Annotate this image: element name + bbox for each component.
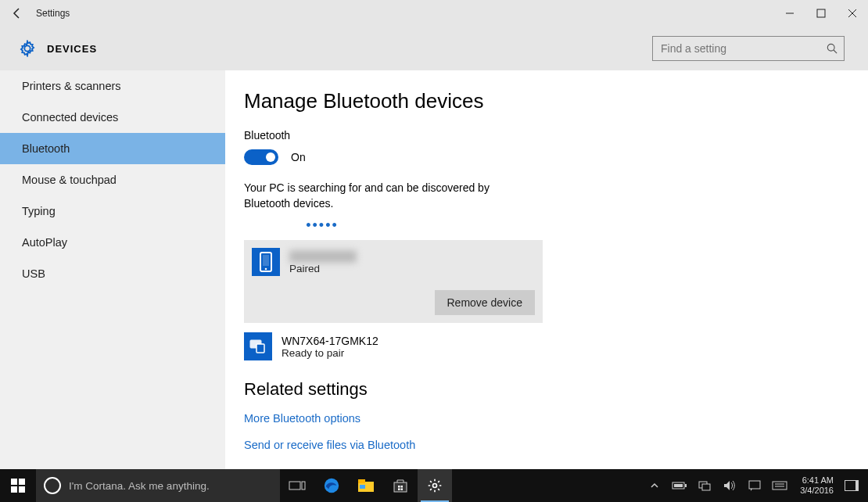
titlebar: Settings bbox=[0, 0, 868, 27]
sidebar-item-label: Bluetooth bbox=[22, 142, 70, 155]
store-icon[interactable] bbox=[383, 469, 418, 502]
show-desktop-button[interactable] bbox=[845, 480, 859, 491]
link-more-bluetooth-options[interactable]: More Bluetooth options bbox=[244, 412, 849, 425]
related-settings-heading: Related settings bbox=[244, 379, 849, 400]
svg-rect-23 bbox=[400, 486, 403, 488]
toggle-state-label: On bbox=[291, 151, 306, 163]
clock-date: 3/4/2016 bbox=[800, 486, 834, 496]
toggle-section-label: Bluetooth bbox=[244, 129, 849, 142]
taskbar: I'm Cortana. Ask me anything. 6:41 AM 3/… bbox=[0, 469, 868, 502]
svg-point-26 bbox=[432, 484, 436, 488]
svg-rect-22 bbox=[398, 486, 400, 488]
maximize-button[interactable] bbox=[805, 0, 837, 27]
device-status: Paired bbox=[289, 263, 357, 274]
search-input[interactable] bbox=[653, 37, 844, 60]
svg-rect-20 bbox=[360, 485, 365, 489]
device-card-selected[interactable]: Galaxy Grand Paired Remove device bbox=[244, 240, 543, 323]
toggle-knob bbox=[266, 152, 275, 162]
svg-rect-28 bbox=[685, 484, 687, 487]
search-icon bbox=[827, 43, 838, 56]
phone-icon bbox=[252, 248, 280, 276]
cortana-search[interactable]: I'm Cortana. Ask me anything. bbox=[36, 469, 280, 502]
svg-rect-16 bbox=[302, 482, 305, 489]
svg-line-5 bbox=[834, 50, 837, 53]
device-status: Ready to pair bbox=[282, 347, 378, 359]
cortana-icon bbox=[44, 477, 61, 494]
volume-icon[interactable] bbox=[717, 469, 742, 502]
file-explorer-icon[interactable] bbox=[349, 469, 383, 502]
sidebar-item-typing[interactable]: Typing bbox=[0, 195, 225, 227]
main-panel: Manage Bluetooth devices Bluetooth On Yo… bbox=[225, 70, 868, 469]
sidebar-item-label: AutoPlay bbox=[22, 236, 67, 249]
close-button[interactable] bbox=[837, 0, 868, 27]
svg-rect-10 bbox=[256, 344, 264, 353]
svg-rect-19 bbox=[358, 479, 365, 483]
keyboard-icon[interactable] bbox=[767, 469, 792, 502]
remove-device-button[interactable]: Remove device bbox=[435, 290, 536, 315]
sidebar-item-bluetooth[interactable]: Bluetooth bbox=[0, 133, 225, 164]
sidebar: Printers & scanners Connected devices Bl… bbox=[0, 70, 225, 469]
svg-point-4 bbox=[827, 44, 834, 51]
header-row: DEVICES bbox=[0, 27, 868, 70]
gear-icon bbox=[19, 40, 36, 57]
pc-icon bbox=[244, 332, 272, 360]
svg-rect-11 bbox=[11, 479, 17, 485]
task-view-button[interactable] bbox=[280, 469, 314, 502]
status-text: Your PC is searching for and can be disc… bbox=[244, 181, 510, 211]
link-send-receive-files[interactable]: Send or receive files via Bluetooth bbox=[244, 439, 849, 451]
svg-rect-1 bbox=[817, 9, 825, 17]
progress-dots-icon: ••••• bbox=[244, 217, 400, 234]
svg-rect-12 bbox=[19, 479, 25, 485]
svg-rect-29 bbox=[674, 484, 683, 487]
header-label: DEVICES bbox=[47, 43, 97, 55]
clock[interactable]: 6:41 AM 3/4/2016 bbox=[792, 475, 841, 496]
sidebar-item-label: Typing bbox=[22, 205, 56, 217]
tray-chevron-up-icon[interactable] bbox=[642, 469, 667, 502]
svg-rect-31 bbox=[702, 484, 710, 490]
svg-line-3 bbox=[848, 9, 856, 17]
bluetooth-toggle[interactable] bbox=[244, 149, 278, 165]
sidebar-item-connected-devices[interactable]: Connected devices bbox=[0, 102, 225, 133]
sidebar-item-printers-scanners[interactable]: Printers & scanners bbox=[0, 70, 225, 102]
cortana-placeholder: I'm Cortana. Ask me anything. bbox=[69, 480, 210, 492]
svg-rect-24 bbox=[398, 489, 400, 491]
sidebar-item-mouse-touchpad[interactable]: Mouse & touchpad bbox=[0, 164, 225, 195]
system-tray: 6:41 AM 3/4/2016 bbox=[642, 469, 868, 502]
svg-rect-33 bbox=[773, 482, 787, 489]
device-name: WN7X64-17GMK12 bbox=[282, 335, 378, 347]
device-row[interactable]: WN7X64-17GMK12 Ready to pair bbox=[244, 332, 849, 360]
page-heading: Manage Bluetooth devices bbox=[244, 89, 849, 113]
svg-rect-25 bbox=[400, 489, 403, 491]
device-name: Galaxy Grand bbox=[289, 250, 357, 263]
sidebar-item-label: Connected devices bbox=[22, 111, 118, 124]
search-box[interactable] bbox=[652, 36, 845, 61]
battery-icon[interactable] bbox=[667, 469, 692, 502]
svg-rect-13 bbox=[11, 486, 17, 493]
window-title: Settings bbox=[34, 8, 70, 19]
network-icon[interactable] bbox=[692, 469, 717, 502]
svg-rect-14 bbox=[19, 486, 25, 493]
start-button[interactable] bbox=[0, 469, 36, 502]
back-button[interactable] bbox=[0, 0, 34, 27]
svg-rect-7 bbox=[263, 255, 269, 266]
sidebar-item-label: Printers & scanners bbox=[22, 80, 121, 92]
svg-point-8 bbox=[265, 268, 267, 271]
svg-line-2 bbox=[848, 9, 856, 17]
minimize-button[interactable] bbox=[774, 0, 805, 27]
settings-taskbar-icon[interactable] bbox=[418, 469, 452, 502]
window-controls bbox=[774, 0, 868, 27]
edge-icon[interactable] bbox=[314, 469, 349, 502]
action-center-icon[interactable] bbox=[742, 469, 767, 502]
svg-rect-32 bbox=[749, 481, 760, 489]
sidebar-item-label: USB bbox=[22, 267, 45, 280]
sidebar-item-usb[interactable]: USB bbox=[0, 258, 225, 289]
svg-rect-21 bbox=[394, 482, 407, 492]
clock-time: 6:41 AM bbox=[800, 475, 834, 486]
sidebar-item-label: Mouse & touchpad bbox=[22, 174, 117, 186]
sidebar-item-autoplay[interactable]: AutoPlay bbox=[0, 227, 225, 258]
svg-rect-15 bbox=[289, 482, 300, 489]
